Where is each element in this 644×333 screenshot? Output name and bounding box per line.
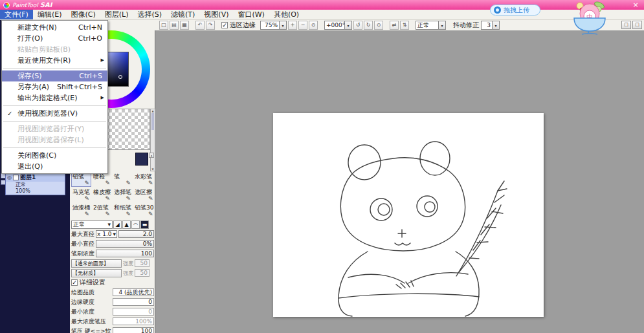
tool-bucket[interactable]: 油漆桶✎ xyxy=(71,203,91,218)
tool-watercolor[interactable]: 水彩笔✎ xyxy=(133,172,155,187)
menu-item-recent-files[interactable]: 最近使用文件(R) ▶ xyxy=(2,55,107,66)
swatch-expand-icon[interactable]: ▴ xyxy=(149,153,154,158)
layer-entry[interactable]: ◎ 图层1 正常 100% xyxy=(5,173,65,195)
brush-edge-shape-triangle[interactable]: ▲ xyxy=(122,220,131,229)
menu-layer[interactable]: 图层(L) xyxy=(100,10,133,19)
drag-upload-button[interactable]: 拖拽上传 xyxy=(490,5,540,16)
layer-thumbnail[interactable] xyxy=(13,175,19,180)
menu-item-open-with-view-browser: 用视图浏览器打开(Y) xyxy=(2,124,107,134)
sv-marker[interactable] xyxy=(118,75,122,79)
texture-strength-value[interactable]: 50 xyxy=(135,269,150,277)
menu-others[interactable]: 其他(O) xyxy=(269,10,304,19)
shape-strength-value[interactable]: 50 xyxy=(135,259,150,267)
max-diameter-label: 最大直径 xyxy=(71,230,94,239)
tool-pen[interactable]: 笔✎ xyxy=(113,172,133,187)
mascot-sticker: 中 xyxy=(562,0,619,38)
redo-button[interactable]: ↷ xyxy=(206,21,215,30)
pencil-icon: ✎ xyxy=(84,180,89,186)
menu-separator xyxy=(3,147,106,148)
min-diameter-slider[interactable]: 0% xyxy=(96,240,154,248)
menu-item-new-file[interactable]: 新建文件(N) Ctrl+N xyxy=(2,22,107,33)
zoom-in-button[interactable]: + xyxy=(288,21,297,30)
check-icon: ✓ xyxy=(7,108,12,119)
min-density-value[interactable]: 0 xyxy=(113,308,154,316)
tool-marker[interactable]: 马克笔✎ xyxy=(71,188,91,202)
quality-value[interactable]: 4 (品质优先) xyxy=(113,288,154,296)
selection-edge-label: 选区边缘 xyxy=(230,21,256,30)
brush-edge-shape-ramp[interactable]: ◢ xyxy=(113,220,122,229)
menu-file[interactable]: 文件(F) xyxy=(0,10,33,19)
edge-hardness-value[interactable]: 0 xyxy=(113,298,154,306)
selection-edge-toggle[interactable]: ✓ 选区边缘 xyxy=(221,21,256,30)
menu-item-save-as[interactable]: 另存为(A) Shift+Ctrl+S xyxy=(2,81,107,92)
tool-paper-pen[interactable]: 和纸笔✎ xyxy=(113,203,133,218)
rotation-reset-button[interactable]: ⊙ xyxy=(374,21,383,30)
brush-density-slider[interactable]: 100 xyxy=(96,250,154,257)
max-density-pressure-value[interactable]: 100% xyxy=(113,317,154,325)
tool-airbrush[interactable]: 喷枪✎ xyxy=(92,172,112,187)
diameter-unit-select[interactable]: x 1.0 ▾ xyxy=(96,230,117,238)
menu-window[interactable]: 窗口(W) xyxy=(233,10,269,19)
save-file-button[interactable]: ▦ xyxy=(180,21,189,30)
selection-edge-checkbox[interactable]: ✓ xyxy=(221,22,228,28)
flip-horizontal-button[interactable]: ⇄ xyxy=(390,21,399,30)
sketch-drawing xyxy=(273,113,544,317)
layer-name: 图层1 xyxy=(20,173,36,182)
rotation-dropdown-icon[interactable]: ▾ xyxy=(345,21,352,30)
scroll-up-icon[interactable]: ▲ xyxy=(151,109,155,113)
menu-item-open[interactable]: 打开(O) Ctrl+O xyxy=(2,33,107,44)
tool-select-pen[interactable]: 选择笔✎ xyxy=(113,188,133,202)
brush-blend-select[interactable]: 正常 ▾ xyxy=(71,220,113,229)
menu-separator xyxy=(3,121,106,122)
tool-binary-pen[interactable]: 2值笔✎ xyxy=(92,203,112,218)
brush-texture-select[interactable]: 【无材质】 xyxy=(71,269,122,277)
menu-item-use-view-browser[interactable]: ✓ 使用视图浏览器(V) xyxy=(2,108,107,119)
zoom-dropdown-icon[interactable]: ▾ xyxy=(280,21,287,30)
zoom-reset-button[interactable]: ⊙ xyxy=(309,21,318,30)
max-diameter-slider[interactable]: 2.0 xyxy=(118,230,154,238)
doc-restore-button[interactable]: □ xyxy=(621,21,631,29)
rotation-field[interactable]: +000° xyxy=(324,21,345,30)
layer-visibility-icon[interactable]: ◎ xyxy=(7,175,12,181)
menu-item-exit[interactable]: 退出(Q) xyxy=(2,161,107,172)
rotate-ccw-button[interactable]: ↺ xyxy=(353,21,362,30)
stabilizer-dropdown-icon[interactable]: ▾ xyxy=(493,21,500,30)
menu-edit[interactable]: 编辑(E) xyxy=(33,10,67,19)
zoom-field[interactable]: 75% xyxy=(260,21,280,30)
mixer-scrollbar-thumb[interactable] xyxy=(151,113,154,130)
drawing-canvas[interactable] xyxy=(273,113,544,317)
zoom-out-button[interactable]: − xyxy=(298,21,307,30)
tool-eraser[interactable]: 橡皮擦✎ xyxy=(92,188,112,202)
stabilizer-select[interactable]: 3 xyxy=(481,21,493,30)
doc-minimize-button[interactable]: □ xyxy=(632,21,642,29)
new-file-button[interactable]: □ xyxy=(159,21,168,30)
tool-pencil[interactable]: 铅笔✎ xyxy=(71,172,91,187)
flip-vertical-button[interactable]: ⇅ xyxy=(400,21,409,30)
menu-view[interactable]: 视图(V) xyxy=(199,10,233,19)
brush-edge-shape-curve[interactable]: ◠ xyxy=(131,220,140,229)
pen-pressure-value[interactable]: 100 xyxy=(113,327,154,333)
menu-item-save[interactable]: 保存(S) Ctrl+S xyxy=(2,70,107,81)
menu-item-export-format[interactable]: 输出为指定格式(E) ▶ xyxy=(2,92,107,103)
open-file-button[interactable]: ▤ xyxy=(170,21,179,30)
menu-select[interactable]: 选择(S) xyxy=(133,10,166,19)
brush-shape-select[interactable]: 【通常的圆形】 xyxy=(71,259,122,268)
menu-item-close-image[interactable]: 关闭图像(C) xyxy=(2,150,107,161)
canvas-blend-select[interactable]: 正常 xyxy=(416,21,439,30)
current-color-swatch[interactable] xyxy=(135,153,148,166)
close-icon[interactable]: × xyxy=(630,1,641,10)
rotate-cw-button[interactable]: ↻ xyxy=(364,21,373,30)
brush-edge-shape-flat[interactable]: ▬ xyxy=(140,220,149,229)
menu-filter[interactable]: 滤镜(T) xyxy=(166,10,199,19)
scroll-down-icon[interactable]: ▼ xyxy=(151,167,155,171)
mixer-scrollbar[interactable]: ▲ ▼ xyxy=(150,109,155,171)
dropdown-arrow-icon: ▾ xyxy=(107,221,111,228)
brush-settings: 正常 ▾ ◢ ▲ ◠ ▬ 最大直径 x 1.0 ▾ 2.0 最小直径 0% xyxy=(71,220,154,333)
tool-pencil30[interactable]: 铅笔30✎ xyxy=(133,203,155,218)
tool-select-eraser[interactable]: 选区擦✎ xyxy=(133,188,155,202)
advanced-settings-checkbox[interactable]: ✓ xyxy=(71,279,78,286)
undo-button[interactable]: ↶ xyxy=(195,21,205,30)
menu-image[interactable]: 图像(C) xyxy=(66,10,100,19)
blend-dropdown-icon[interactable]: ▾ xyxy=(439,21,446,30)
watercolor-icon: ✎ xyxy=(148,180,153,186)
